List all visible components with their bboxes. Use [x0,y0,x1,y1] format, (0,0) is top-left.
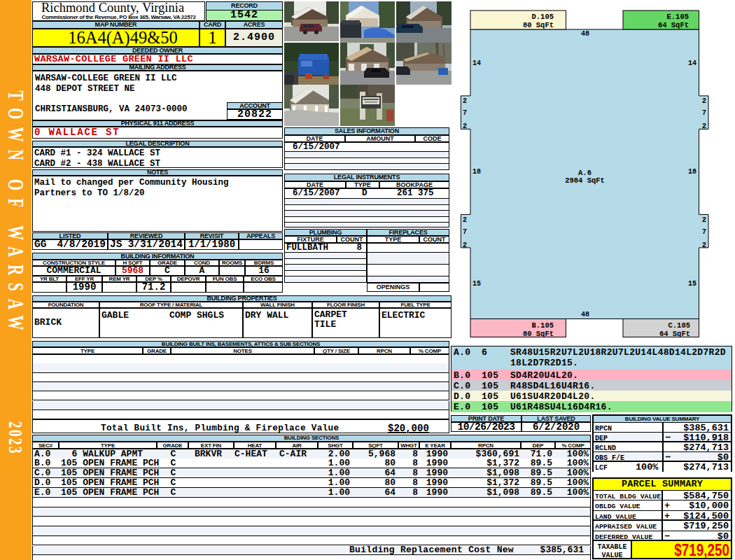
svg-text:15: 15 [472,280,481,288]
svg-text:7: 7 [463,109,467,117]
svg-text:2984 SqFt: 2984 SqFt [565,176,605,185]
svg-text:2: 2 [702,216,706,224]
svg-text:2: 2 [702,97,706,105]
svg-text:B.105: B.105 [531,321,554,330]
svg-text:E.105: E.105 [666,13,689,21]
svg-text:64 SqFt: 64 SqFt [659,330,690,338]
svg-text:2: 2 [702,122,706,130]
svg-text:7: 7 [702,228,706,236]
svg-text:80 SqFt: 80 SqFt [523,21,554,29]
svg-text:C.105: C.105 [668,321,690,330]
svg-text:18: 18 [472,168,481,176]
svg-text:7: 7 [463,228,467,236]
svg-text:64 SqFt: 64 SqFt [658,21,689,29]
svg-text:48: 48 [581,30,589,38]
svg-text:2: 2 [702,241,706,249]
svg-text:2: 2 [463,216,467,224]
svg-text:80 SqFt: 80 SqFt [523,330,554,338]
svg-text:14: 14 [688,59,696,67]
svg-text:14: 14 [472,59,481,67]
svg-text:15: 15 [688,280,696,288]
svg-text:D.105: D.105 [531,13,554,21]
svg-text:48: 48 [581,311,589,318]
svg-text:2: 2 [463,122,467,130]
svg-text:2: 2 [463,97,467,105]
svg-text:18: 18 [688,168,696,176]
svg-text:2: 2 [463,241,467,249]
svg-text:7: 7 [702,109,706,117]
